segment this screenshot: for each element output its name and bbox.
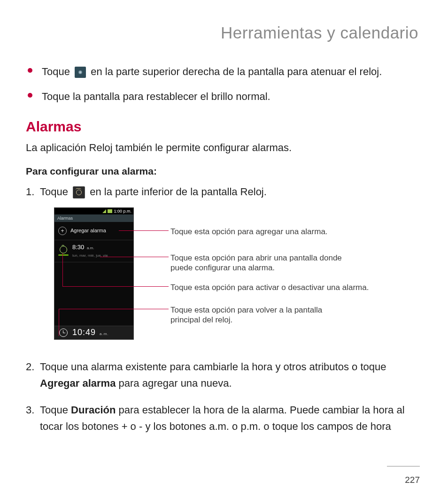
step2-bold: Agregar alarma [40,377,116,389]
section-heading-alarmas: Alarmas [26,119,422,135]
callout-line [62,286,169,287]
section-intro: La aplicación Reloj también le permite c… [26,139,422,156]
step2-post: para agregar una nueva. [119,377,232,389]
step-text-post: en la parte inferior de la pantalla Relo… [90,186,267,198]
step-2: Toque una alarma existente para cambiarl… [26,359,422,391]
plus-icon: + [58,227,67,235]
page-number: 227 [405,475,420,485]
step-3: Toque Duración para establecer la hora d… [26,402,422,435]
alarm-toggle[interactable] [58,246,69,256]
document-page: Herramientas y calendario Toque en la pa… [0,0,448,504]
callout-text-4b: principal del reloj. [170,315,232,325]
alarm-row[interactable]: 8:30 a.m. lun, mar, mié, jue, vie [54,240,133,262]
alarm-time: 8:30 a.m. [72,243,108,252]
step-text-pre: Toque [40,186,71,198]
callout-text-3: Toque esta opción para activar o desacti… [170,283,369,293]
callout-text-4a: Toque esta opción para volver a la panta… [170,305,322,315]
bottom-clock-bar[interactable]: 10:49 a.m. [54,326,133,339]
bottom-time-value: 10:49 [72,328,96,337]
bullet-text-pre: Toque [42,66,73,77]
alarm-clock-icon [60,246,67,253]
figure: 1:00 p.m. Alarmas + Agregar alarma [40,207,422,344]
callout-text-1: Toque esta opción para agregar una alarm… [170,227,328,237]
status-bar: 1:00 p.m. [54,208,133,214]
phone-screenshot: 1:00 p.m. Alarmas + Agregar alarma [54,207,134,340]
alarm-time-value: 8:30 [72,244,84,251]
step2-pre: Toque una alarma existente para cambiarl… [40,361,386,373]
bullet-text-post: en la parte superior derecha de la panta… [91,66,382,77]
signal-icon [102,209,106,213]
callout-connector [59,309,59,336]
alarm-ampm: a.m. [87,246,94,250]
step3-pre: Toque [40,404,71,416]
callout-line [100,257,169,257]
callout-line [59,309,169,309]
bullet-text: Toque la pantalla para restablecer el br… [42,91,270,102]
step3-bold: Duración [71,404,116,416]
ordered-steps: Toque en la parte inferior de la pantall… [26,183,422,435]
blank-area [54,262,133,326]
add-alarm-row[interactable]: + Agregar alarma [54,222,133,240]
tab-alarmas: Alarmas [54,214,133,222]
bottom-ampm: a.m. [100,332,109,336]
bullet-dot [28,68,32,73]
bullet-item: Toque la pantalla para restablecer el br… [26,88,422,105]
callout-connector [62,253,63,286]
status-time: 1:00 p.m. [114,208,131,214]
bullet-item: Toque en la parte superior derecha de la… [26,63,422,80]
brightness-icon [75,67,86,78]
alarm-icon [73,186,85,199]
clock-icon [59,328,68,337]
callout-line [119,230,169,231]
sub-heading: Para configurar una alarma: [26,166,422,177]
step-1: Toque en la parte inferior de la pantall… [26,183,422,344]
page-header-title: Herramientas y calendario [26,23,422,42]
callout-text-2a: Toque esta opción para abrir una pantall… [170,253,342,263]
bottom-time: 10:49 a.m. [72,326,109,339]
add-alarm-label: Agregar alarma [70,227,106,235]
battery-icon [108,209,112,213]
toggle-indicator [58,254,69,256]
footer-rule [387,466,420,466]
bullet-list: Toque en la parte superior derecha de la… [26,63,422,105]
callout-text-2b: puede configurar una alarma. [170,263,275,273]
bullet-dot [28,93,32,98]
alarm-days: lun, mar, mié, jue, vie [72,253,108,259]
